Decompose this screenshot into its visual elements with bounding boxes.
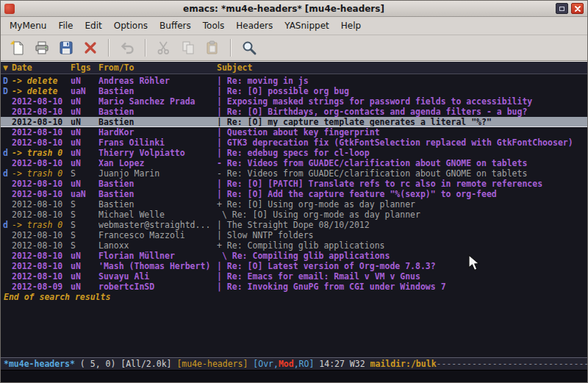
flags-cell: S xyxy=(71,199,98,210)
subject-cell: | Exposing masked strings for password f… xyxy=(217,96,587,107)
menu-item-help[interactable]: Help xyxy=(335,18,367,34)
message-row[interactable]: 2012-08-10 uN Florian Müllner \ Re: Comp… xyxy=(1,251,587,261)
subject-cell: + Re: Compiling glib applications xyxy=(217,240,587,251)
subject-cell: + Re: [O] Using org-mode as day planner xyxy=(217,199,587,210)
mark-char xyxy=(1,199,12,210)
flags-cell: uN xyxy=(71,282,98,292)
mark-char xyxy=(1,127,12,137)
modeline-segment: -------------------------------- xyxy=(437,359,587,369)
column-header-subject[interactable]: Subject xyxy=(217,62,587,73)
message-row[interactable]: 2012-08-10 uN Frans Oilinki | GTK3 depre… xyxy=(1,137,587,148)
subject-cell: | Question about key fingerprint xyxy=(217,127,587,137)
menu-item-tools[interactable]: Tools xyxy=(197,18,231,34)
date-cell: 2012-08-10 xyxy=(12,199,71,210)
cut-icon xyxy=(156,40,172,56)
message-row[interactable]: 2012-08-10 uN 'Mash (Thomas Herbert) | R… xyxy=(1,261,587,271)
message-row[interactable]: 2012-08-10 uaN Bastien | Re: [O] Add the… xyxy=(1,189,587,199)
date-cell: 2012-08-10 xyxy=(12,137,71,148)
from-cell: Suvayu Ali xyxy=(98,271,217,282)
copy-icon xyxy=(180,40,196,56)
date-cell: -> trash 0 xyxy=(12,168,71,179)
date-cell: 2012-08-10 xyxy=(12,96,71,107)
message-row[interactable]: 2012-08-10 uN Mario Sanchez Prada | Expo… xyxy=(1,96,587,107)
from-cell: Mario Sanchez Prada xyxy=(98,96,217,107)
date-cell: -> delete xyxy=(12,76,71,86)
from-cell: Bastien xyxy=(98,86,217,96)
mark-char xyxy=(1,240,12,251)
from-cell: Xan Lopez xyxy=(98,158,217,168)
toolbar-separator xyxy=(108,39,110,57)
toolbar-paste-button[interactable] xyxy=(201,37,223,59)
subject-cell: | Slow NNTP folders xyxy=(217,230,587,240)
menu-item-buffers[interactable]: Buffers xyxy=(154,18,197,34)
close-button[interactable] xyxy=(571,3,584,14)
message-row[interactable]: d -> trash 0 S Juanjo Marin - Re: Videos… xyxy=(1,168,587,179)
menu-item-headers[interactable]: Headers xyxy=(230,18,279,34)
toolbar-close-buffer-button[interactable] xyxy=(79,37,101,59)
emacs-window: emacs: *mu4e-headers* [mu4e-headers] MyM… xyxy=(0,0,588,383)
subject-cell: | GTK3 deprecation fix (GtkFontSelection… xyxy=(217,137,587,148)
mark-char xyxy=(1,282,12,292)
menu-item-file[interactable]: File xyxy=(52,18,79,34)
from-cell: Bastien xyxy=(98,117,217,126)
undo-icon xyxy=(119,40,135,56)
from-cell: 'Mash (Thomas Herbert) xyxy=(98,261,217,271)
from-cell: Frans Oilinki xyxy=(98,137,217,148)
subject-cell: | The Straight Dope 08/10/2012 xyxy=(217,220,587,230)
message-row[interactable]: 2012-08-10 uN Bastien | Re: [O] [PATCH] … xyxy=(1,179,587,189)
message-row[interactable]: 2012-08-10 S Bastien + Re: [O] Using org… xyxy=(1,199,587,210)
column-header-from[interactable]: From/To xyxy=(98,62,217,73)
save-icon xyxy=(58,40,74,56)
mark-char: d xyxy=(1,220,12,230)
toolbar-cut-button[interactable] xyxy=(153,37,175,59)
maximize-button[interactable] xyxy=(556,3,568,14)
message-row[interactable]: d -> trash 0 uN Thierry Volpiatto | Re: … xyxy=(1,148,587,158)
modeline: *mu4e-headers* ( 5, 0) [All/2.0k] [mu4e-… xyxy=(1,357,587,371)
message-row[interactable]: 2012-08-10 uN Bastien | Re: [O] Birthday… xyxy=(1,107,587,117)
message-row[interactable]: D -> delete uN Andreas Röhler | Re: movi… xyxy=(1,76,587,86)
toolbar-separator xyxy=(230,39,232,57)
from-cell: Bastien xyxy=(98,179,217,189)
message-row[interactable]: 2012-08-10 S Francesco Mazzoli | Slow NN… xyxy=(1,230,587,240)
message-row[interactable]: D -> delete uaN Bastien | Re: [O] possib… xyxy=(1,86,587,96)
date-cell: 2012-08-10 xyxy=(12,240,71,251)
message-row[interactable]: 2012-08-10 uN Suvayu Ali | Re: Emacs for… xyxy=(1,271,587,282)
column-header-date[interactable]: Date xyxy=(12,62,71,73)
message-row[interactable]: 2012-08-10 S Lanoxx + Re: Compiling glib… xyxy=(1,240,587,251)
menu-item-options[interactable]: Options xyxy=(108,18,154,34)
date-cell: 2012-08-10 xyxy=(12,179,71,189)
menu-item-yasnippet[interactable]: YASnippet xyxy=(279,18,335,34)
date-cell: -> trash 0 xyxy=(12,220,71,230)
flags-cell: S xyxy=(71,210,98,220)
window-title: emacs: *mu4e-headers* [mu4e-headers] xyxy=(15,4,553,14)
date-cell: 2012-08-10 xyxy=(12,127,71,137)
message-row[interactable]: 2012-08-10 uN Xan Lopez - Re: Videos fro… xyxy=(1,158,587,168)
column-header-flags[interactable]: Flgs xyxy=(71,62,98,73)
message-row[interactable]: 2012-08-10 uN Bastien | Re: [O] my captu… xyxy=(1,117,587,127)
mark-char: D xyxy=(1,86,12,96)
message-row[interactable]: 2012-08-10 uN HardKor | Question about k… xyxy=(1,127,587,137)
toolbar-separator xyxy=(145,39,146,57)
subject-cell: | Re: Invoking GnuPG from CGI under Wind… xyxy=(217,282,587,292)
emacs-app-icon[interactable] xyxy=(4,4,15,14)
message-row[interactable]: d -> trash 0 S webmaster@straightd... | … xyxy=(1,220,587,230)
toolbar-undo-button[interactable] xyxy=(116,37,138,59)
message-row[interactable]: 2012-08-09 uN robertcInSD | Re: Invoking… xyxy=(1,282,587,292)
menu-item-edit[interactable]: Edit xyxy=(79,18,108,34)
mark-char xyxy=(1,251,12,261)
toolbar-new-file-button[interactable] xyxy=(7,37,29,59)
subject-cell: | Re: moving in js xyxy=(217,76,587,86)
subject-cell: | Re: [O] Birthdays, org-contacts and ag… xyxy=(217,107,587,117)
modeline-segment: [mu4e-headers] xyxy=(176,359,253,369)
toolbar-print-button[interactable] xyxy=(31,37,53,59)
flags-cell: uN xyxy=(71,107,98,117)
menu-item-mymenu[interactable]: MyMenu xyxy=(4,18,52,34)
message-row[interactable]: 2012-08-10 S Michael Welle \ Re: [O] Usi… xyxy=(1,210,587,220)
titlebar[interactable]: emacs: *mu4e-headers* [mu4e-headers] xyxy=(1,1,587,17)
mark-char xyxy=(1,117,12,126)
from-cell: Lanoxx xyxy=(98,240,217,251)
toolbar-copy-button[interactable] xyxy=(177,37,199,59)
date-cell: 2012-08-10 xyxy=(12,189,71,199)
toolbar-save-button[interactable] xyxy=(55,37,77,59)
toolbar-search-button[interactable] xyxy=(238,37,260,59)
